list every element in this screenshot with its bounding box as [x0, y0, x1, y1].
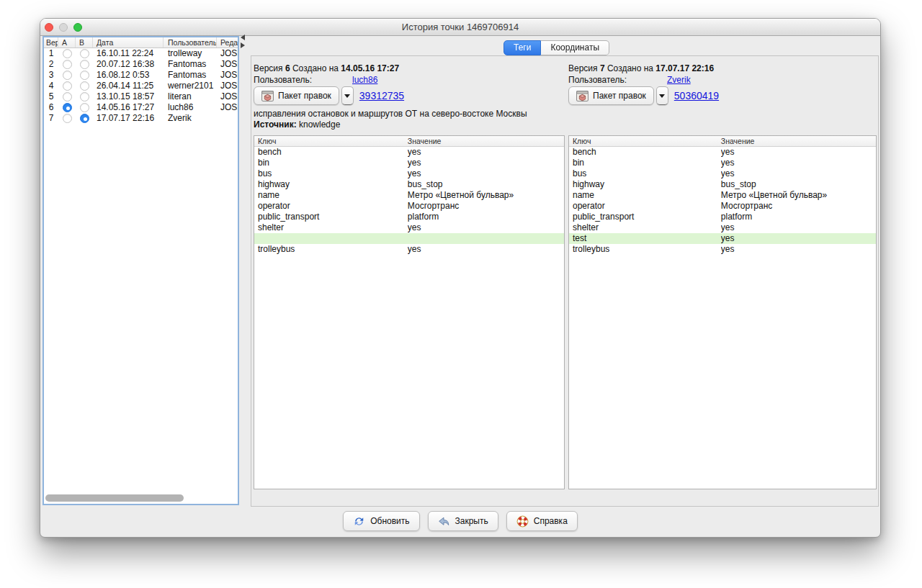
tag-row[interactable]: benchyes	[254, 147, 564, 158]
chevron-down-icon	[344, 94, 350, 98]
tag-row[interactable]: trolleybusyes	[254, 244, 564, 255]
version-row[interactable]: 1 16.10.11 22:24 trolleway JOSM	[44, 48, 238, 59]
help-button-label: Справка	[534, 516, 568, 526]
user-label: Пользователь:	[254, 75, 352, 85]
user-link[interactable]: Zverik	[667, 75, 691, 85]
version-user: luch86	[164, 102, 217, 113]
window-title: История точки 1469706914	[40, 19, 880, 36]
lifebuoy-icon	[516, 515, 529, 528]
radio-b[interactable]	[80, 81, 89, 91]
close-button-label: Закрыть	[455, 516, 488, 526]
tag-row[interactable]: trolleybusyes	[569, 244, 876, 255]
minimize-window-button	[59, 23, 68, 32]
changeset-button[interactable]: Пакет правок	[254, 86, 339, 105]
tab-tags[interactable]: Теги	[503, 40, 541, 55]
tag-row[interactable]: busyes	[254, 168, 564, 179]
help-button[interactable]: Справка	[506, 511, 578, 531]
column-header-b: B	[76, 37, 93, 48]
radio-b[interactable]	[80, 92, 89, 101]
radio-a[interactable]	[63, 114, 72, 123]
changeset-button[interactable]: Пакет правок	[568, 86, 654, 105]
source-value: knowledge	[299, 119, 340, 130]
version-list-header: Вер. A B Дата Пользователь Редак	[44, 37, 238, 48]
changeset-id-link[interactable]: 50360419	[674, 90, 719, 101]
dialog-button-bar: Обновить Закрыть Справка	[40, 511, 880, 531]
version-info-line: Версия 7 Создано на 17.07.17 22:16	[568, 63, 714, 73]
tag-row[interactable]: binyes	[569, 158, 876, 168]
radio-b[interactable]	[80, 49, 89, 58]
version-number: 3	[44, 70, 58, 81]
horizontal-scrollbar[interactable]	[45, 494, 235, 502]
radio-b-selected[interactable]	[80, 114, 89, 123]
changeset-button-label: Пакет правок	[593, 91, 646, 101]
tag-row[interactable]: highwaybus_stop	[254, 179, 564, 190]
tags-table-header: Ключ Значение	[254, 136, 564, 147]
tag-row[interactable]: nameМетро «Цветной бульвар»	[569, 190, 876, 201]
tag-row[interactable]: operatorМосгортранс	[254, 201, 564, 212]
version-row[interactable]: 3 16.08.12 0:53 Fantomas JOSM	[44, 70, 238, 81]
radio-a[interactable]	[63, 92, 72, 101]
version-editor: JOSM	[217, 91, 238, 102]
version-editor: JOSM	[217, 81, 238, 91]
version-date: 17.07.17 22:16	[93, 113, 164, 124]
version-user: literan	[164, 91, 217, 102]
tags-table-header: Ключ Значение	[569, 136, 876, 147]
tag-row[interactable]: busyes	[569, 168, 876, 179]
radio-a[interactable]	[63, 71, 72, 80]
radio-b[interactable]	[80, 103, 89, 112]
refresh-button[interactable]: Обновить	[343, 511, 419, 531]
version-user: Zverik	[164, 113, 217, 124]
version-row[interactable]: 5 13.10.15 18:57 literan JOSM	[44, 91, 238, 102]
tags-table-left: Ключ Значение benchyes binyes busyes hig…	[254, 135, 565, 489]
radio-a-selected[interactable]	[63, 103, 72, 112]
user-label: Пользователь:	[568, 75, 667, 85]
tag-row-added-placeholder[interactable]	[254, 233, 564, 244]
splitter-toggle[interactable]	[241, 35, 248, 48]
changeset-cube-icon	[261, 90, 274, 102]
close-button[interactable]: Закрыть	[428, 511, 498, 531]
close-window-button[interactable]	[45, 23, 53, 32]
collapse-left-icon[interactable]	[241, 35, 245, 40]
tab-coordinates[interactable]: Координаты	[541, 40, 609, 55]
changeset-dropdown-button[interactable]	[656, 86, 668, 105]
version-list-panel: Вер. A B Дата Пользователь Редак 1 16.10…	[42, 36, 239, 505]
version-row[interactable]: 6 14.05.16 17:27 luch86 JOSM	[44, 102, 238, 113]
version-date: 20.07.12 16:38	[93, 59, 164, 70]
collapse-right-icon[interactable]	[241, 42, 245, 48]
tag-row[interactable]: public_transportplatform	[569, 212, 876, 222]
version-row[interactable]: 4 26.04.14 11:25 werner2101 JOSM	[44, 81, 238, 91]
radio-b[interactable]	[80, 71, 89, 80]
column-header-key: Ключ	[254, 136, 408, 146]
version-row[interactable]: 2 20.07.12 16:38 Fantomas JOSM	[44, 59, 238, 70]
tag-row-added[interactable]: testyes	[569, 233, 876, 244]
column-header-user: Пользователь	[164, 37, 217, 48]
tag-row[interactable]: public_transportplatform	[254, 212, 564, 222]
radio-a[interactable]	[63, 60, 72, 69]
source-label: Источник:	[254, 119, 297, 130]
refresh-button-label: Обновить	[370, 516, 409, 526]
radio-a[interactable]	[63, 81, 72, 91]
scrollbar-thumb[interactable]	[45, 494, 184, 502]
tag-row[interactable]: operatorМосгортранс	[569, 201, 876, 212]
tags-table-right: Ключ Значение benchyes binyes busyes hig…	[568, 135, 877, 489]
version-row[interactable]: 7 17.07.17 22:16 Zverik	[44, 113, 238, 124]
tags-compare-panel: Версия 6 Создано на 14.05.16 17:27 Польз…	[251, 55, 879, 507]
column-header-value: Значение	[408, 136, 564, 146]
tag-row[interactable]: shelteryes	[569, 222, 876, 233]
tag-row[interactable]: nameМетро «Цветной бульвар»	[254, 190, 564, 201]
title-bar[interactable]: История точки 1469706914	[40, 19, 880, 36]
version-user: Fantomas	[164, 59, 217, 70]
tag-row[interactable]: benchyes	[569, 147, 876, 158]
radio-a[interactable]	[63, 49, 72, 58]
version-editor: JOSM	[217, 70, 238, 81]
changeset-button-label: Пакет правок	[278, 91, 331, 101]
tag-row[interactable]: highwaybus_stop	[569, 179, 876, 190]
radio-b[interactable]	[80, 60, 89, 69]
tag-row[interactable]: shelteryes	[254, 222, 564, 233]
user-link[interactable]: luch86	[352, 75, 377, 85]
tag-row[interactable]: binyes	[254, 158, 564, 168]
zoom-window-button[interactable]	[73, 23, 82, 32]
changeset-dropdown-button[interactable]	[341, 86, 354, 105]
changeset-id-link[interactable]: 39312735	[359, 90, 404, 101]
version-number: 4	[44, 81, 58, 91]
